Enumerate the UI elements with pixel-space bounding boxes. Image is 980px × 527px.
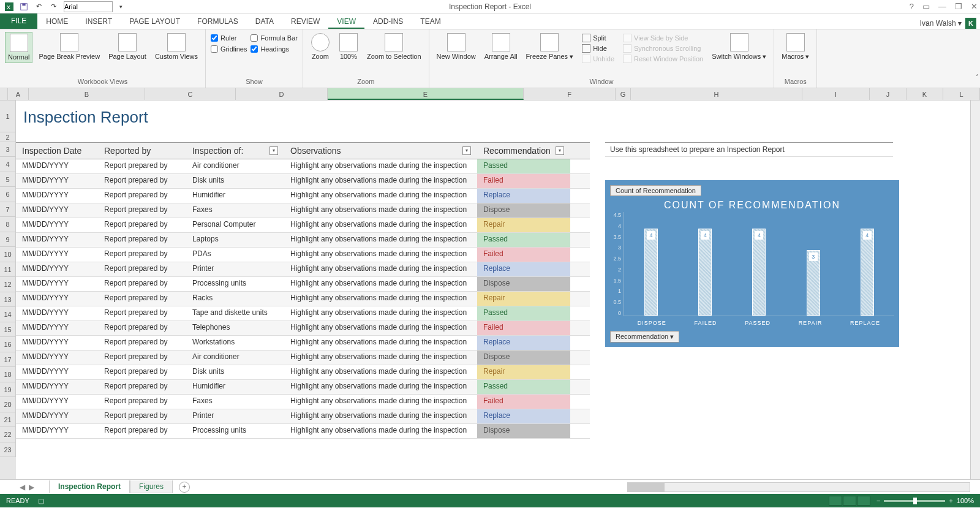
user-avatar[interactable]: K <box>965 18 976 29</box>
cell-inspection-of[interactable]: Disk units <box>186 365 284 379</box>
col-header-D[interactable]: D <box>236 88 328 100</box>
help-icon[interactable]: ? <box>910 2 914 11</box>
vertical-scrollbar[interactable] <box>970 100 980 479</box>
minimize-icon[interactable]: — <box>938 2 946 11</box>
formula-bar-checkbox[interactable]: Formula Bar <box>251 34 298 42</box>
cell-date[interactable]: MM/DD/YYYY <box>16 365 98 379</box>
col-header-B[interactable]: B <box>29 88 145 100</box>
chart-field-badge[interactable]: Count of Recommendation <box>610 185 701 196</box>
table-row[interactable]: MM/DD/YYYYReport prepared byDisk unitsHi… <box>16 365 590 380</box>
table-row[interactable]: MM/DD/YYYYReport prepared byRacksHighlig… <box>16 292 590 306</box>
cell-date[interactable]: MM/DD/YYYY <box>16 189 98 203</box>
switch-windows-button[interactable]: Switch Windows ▾ <box>709 32 769 62</box>
col-header-F[interactable]: F <box>524 88 616 100</box>
col-header-I[interactable]: I <box>802 88 870 100</box>
cell-reported-by[interactable]: Report prepared by <box>98 409 186 423</box>
cell-observations[interactable]: Highlight any observations made during t… <box>284 248 477 262</box>
cell-date[interactable]: MM/DD/YYYY <box>16 380 98 394</box>
col-reported-by[interactable]: Reported by <box>98 143 186 159</box>
cell-date[interactable]: MM/DD/YYYY <box>16 203 98 218</box>
cell-observations[interactable]: Highlight any observations made during t… <box>284 424 477 438</box>
ribbon-options-icon[interactable]: ▭ <box>922 2 930 11</box>
cell-inspection-of[interactable]: Workstations <box>186 336 284 350</box>
cell-reported-by[interactable]: Report prepared by <box>98 424 186 438</box>
cell-observations[interactable]: Highlight any observations made during t… <box>284 351 477 365</box>
table-row[interactable]: MM/DD/YYYYReport prepared byPrinterHighl… <box>16 262 590 277</box>
page-layout-button[interactable]: Page Layout <box>106 32 149 62</box>
row-header-10[interactable]: 10 <box>0 247 16 262</box>
cell-observations[interactable]: Highlight any observations made during t… <box>284 233 477 247</box>
cell-inspection-of[interactable]: Printer <box>186 409 284 423</box>
cell-date[interactable]: MM/DD/YYYY <box>16 218 98 232</box>
redo-icon[interactable]: ↷ <box>47 1 60 13</box>
table-row[interactable]: MM/DD/YYYYReport prepared byProcessing u… <box>16 277 590 292</box>
tab-view[interactable]: VIEW <box>328 14 364 29</box>
row-header-8[interactable]: 8 <box>0 217 16 232</box>
cell-date[interactable]: MM/DD/YYYY <box>16 159 98 173</box>
add-sheet-button[interactable]: + <box>179 482 190 493</box>
cell-date[interactable]: MM/DD/YYYY <box>16 395 98 409</box>
table-row[interactable]: MM/DD/YYYYReport prepared byWorkstations… <box>16 336 590 351</box>
row-header-9[interactable]: 9 <box>0 232 16 248</box>
filter-icon[interactable]: ▾ <box>270 146 278 155</box>
headings-checkbox[interactable]: Headings <box>251 45 298 53</box>
row-header-12[interactable]: 12 <box>0 277 16 292</box>
cell-observations[interactable]: Highlight any observations made during t… <box>284 292 477 306</box>
cell-inspection-of[interactable]: Processing units <box>186 424 284 438</box>
cell-recommendation[interactable]: Replace <box>477 262 570 276</box>
table-row[interactable]: MM/DD/YYYYReport prepared byFaxesHighlig… <box>16 203 590 218</box>
cell-recommendation[interactable]: Replace <box>477 409 570 423</box>
cell-reported-by[interactable]: Report prepared by <box>98 306 186 320</box>
tab-page-layout[interactable]: PAGE LAYOUT <box>121 14 189 29</box>
table-row[interactable]: MM/DD/YYYYReport prepared byTape and dis… <box>16 306 590 321</box>
zoom-100-button[interactable]: 100% <box>336 32 361 62</box>
cell-recommendation[interactable]: Passed <box>477 159 570 173</box>
table-row[interactable]: MM/DD/YYYYReport prepared byPrinterHighl… <box>16 409 590 424</box>
font-selector[interactable] <box>64 1 113 12</box>
cell-reported-by[interactable]: Report prepared by <box>98 174 186 188</box>
macro-record-icon[interactable]: ▢ <box>38 497 44 505</box>
col-header-E[interactable]: E <box>328 88 524 100</box>
collapse-ribbon-icon[interactable]: ˄ <box>976 74 979 80</box>
close-icon[interactable]: ✕ <box>971 2 978 11</box>
cell-inspection-of[interactable]: Racks <box>186 292 284 306</box>
ruler-checkbox[interactable]: Ruler <box>211 34 247 42</box>
tab-team[interactable]: TEAM <box>412 14 449 29</box>
cell-observations[interactable]: Highlight any observations made during t… <box>284 277 477 291</box>
cell-recommendation[interactable]: Failed <box>477 321 570 335</box>
page-break-view-icon[interactable] <box>857 496 870 506</box>
cell-observations[interactable]: Highlight any observations made during t… <box>284 262 477 276</box>
hide-button[interactable]: Hide <box>579 44 617 53</box>
cell-reported-by[interactable]: Report prepared by <box>98 218 186 232</box>
row-header-11[interactable]: 11 <box>0 262 16 278</box>
cell-inspection-of[interactable]: Tape and diskette units <box>186 306 284 320</box>
cell-inspection-of[interactable]: Faxes <box>186 203 284 218</box>
table-row[interactable]: MM/DD/YYYYReport prepared byLaptopsHighl… <box>16 233 590 248</box>
table-row[interactable]: MM/DD/YYYYReport prepared byDisk unitsHi… <box>16 174 590 189</box>
cell-reported-by[interactable]: Report prepared by <box>98 351 186 365</box>
row-header-5[interactable]: 5 <box>0 172 16 188</box>
new-window-button[interactable]: New Window <box>434 32 478 62</box>
save-icon[interactable] <box>17 1 31 13</box>
col-observations[interactable]: Observations▾ <box>284 143 477 159</box>
table-row[interactable]: MM/DD/YYYYReport prepared byFaxesHighlig… <box>16 395 590 409</box>
select-all-cell[interactable] <box>0 88 8 100</box>
split-button[interactable]: Split <box>579 33 617 43</box>
cell-observations[interactable]: Highlight any observations made during t… <box>284 218 477 232</box>
cell-observations[interactable]: Highlight any observations made during t… <box>284 174 477 188</box>
cell-observations[interactable]: Highlight any observations made during t… <box>284 395 477 409</box>
col-recommendation[interactable]: Recommendation▾ <box>477 143 570 159</box>
tab-review[interactable]: REVIEW <box>282 14 328 29</box>
cell-recommendation[interactable]: Dispose <box>477 424 570 438</box>
row-header-14[interactable]: 14 <box>0 307 16 322</box>
chart-filter-button[interactable]: Recommendation ▾ <box>610 331 679 343</box>
cell-recommendation[interactable]: Repair <box>477 292 570 306</box>
cell-reported-by[interactable]: Report prepared by <box>98 336 186 350</box>
undo-icon[interactable]: ↶ <box>32 1 45 13</box>
cell-inspection-of[interactable]: Humidifier <box>186 380 284 394</box>
table-row[interactable]: MM/DD/YYYYReport prepared byPDAsHighligh… <box>16 248 590 262</box>
user-name[interactable]: Ivan Walsh ▾ <box>920 19 962 28</box>
cell-recommendation[interactable]: Passed <box>477 233 570 247</box>
cell-date[interactable]: MM/DD/YYYY <box>16 306 98 320</box>
cell-reported-by[interactable]: Report prepared by <box>98 159 186 173</box>
